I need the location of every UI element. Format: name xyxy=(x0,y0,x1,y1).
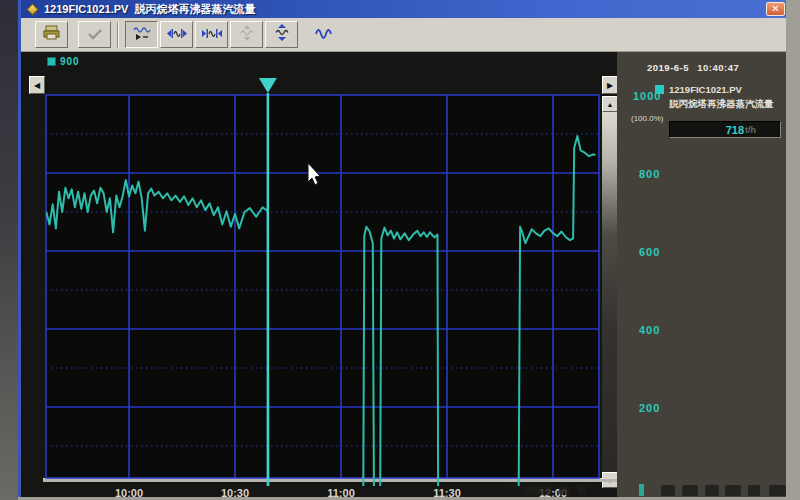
legend-color-swatch xyxy=(655,85,664,94)
trend-play-icon xyxy=(133,25,151,44)
curve-style-button[interactable] xyxy=(308,21,341,48)
plot-region: 900 ◀ ▶ ▲ ▼ 10:0010:3011:0011:3012:00 xyxy=(21,52,617,497)
trend-chart xyxy=(21,52,617,497)
compress-value-button xyxy=(230,21,263,48)
wave-arrows-out-icon xyxy=(202,26,222,44)
y-axis-tick: 800 xyxy=(639,168,683,180)
wave-arrows-vertical-icon xyxy=(239,25,255,45)
close-icon: ✕ xyxy=(771,3,779,14)
photo-margin xyxy=(0,0,18,500)
sine-wave-icon xyxy=(315,26,335,44)
x-axis-tick: 11:00 xyxy=(321,487,361,497)
compress-time-button[interactable] xyxy=(160,21,193,48)
run-trend-button[interactable] xyxy=(125,21,158,48)
wave-arrows-in-icon xyxy=(167,26,187,44)
y-axis-percent-label: (100.0%) xyxy=(631,114,663,123)
side-panel: 1000800600400200 (100.0%) 2019-6-5 10:40… xyxy=(617,52,786,497)
current-value: 718 xyxy=(726,124,744,136)
y-axis-tick: 600 xyxy=(639,246,683,258)
title-description: 脱丙烷塔再沸器蒸汽流量 xyxy=(134,2,255,17)
y-axis-tick: 400 xyxy=(639,324,683,336)
print-button[interactable] xyxy=(35,21,68,48)
expand-time-button[interactable] xyxy=(195,21,228,48)
title-tag: 1219FIC1021.PV xyxy=(44,3,128,15)
trend-window: 1219FIC1021.PV 脱丙烷塔再沸器蒸汽流量 ✕ xyxy=(18,0,786,497)
y-axis-tick: 200 xyxy=(639,402,683,414)
x-axis-tick: 11:30 xyxy=(427,487,467,497)
trend-cursor-handle[interactable] xyxy=(259,78,277,93)
checkmark-icon xyxy=(87,26,103,44)
cursor-time: 10:40:47 xyxy=(697,62,739,73)
legend-tag: 1219FIC1021.PV xyxy=(669,84,742,95)
printer-icon xyxy=(43,25,60,44)
title-bar[interactable]: 1219FIC1021.PV 脱丙烷塔再沸器蒸汽流量 ✕ xyxy=(21,0,786,18)
cursor-date: 2019-6-5 xyxy=(647,62,689,73)
current-value-unit: t/h xyxy=(745,125,756,135)
toolbar xyxy=(21,18,786,52)
x-axis-tick: 10:00 xyxy=(109,487,149,497)
toolbar-separator xyxy=(117,22,119,48)
confirm-button[interactable] xyxy=(78,21,111,48)
legend-row[interactable]: 1219FIC1021.PV xyxy=(655,84,742,95)
current-value-box: 718 t/h xyxy=(669,121,781,138)
close-button[interactable]: ✕ xyxy=(766,2,785,16)
expand-value-button[interactable] xyxy=(265,21,298,48)
app-diamond-icon xyxy=(26,3,39,16)
legend-description: 脱丙烷塔再沸器蒸汽流量 xyxy=(669,98,786,111)
cursor-timestamp: 2019-6-5 10:40:47 xyxy=(647,62,739,73)
x-axis-tick: 10:30 xyxy=(215,487,255,497)
wave-arrows-updown-icon xyxy=(274,24,290,45)
